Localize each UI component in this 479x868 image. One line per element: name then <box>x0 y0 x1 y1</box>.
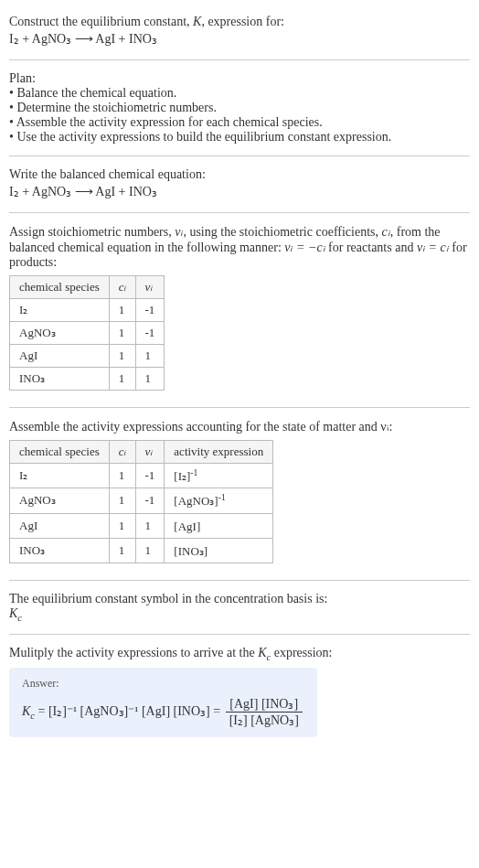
table-row: INO₃ 1 1 [INO₃] <box>10 538 273 563</box>
text: Assign stoichiometric numbers, <box>9 225 175 239</box>
plan-section: Plan: Balance the chemical equation. Det… <box>9 64 470 152</box>
cell: I₂ <box>10 464 110 488</box>
divider <box>9 634 470 635</box>
symbol-text: The equilibrium constant symbol in the c… <box>9 592 470 606</box>
cell: -1 <box>135 464 165 488</box>
cell: 1 <box>109 488 135 513</box>
plan-list: Balance the chemical equation. Determine… <box>9 86 470 145</box>
cell: 1 <box>109 538 135 563</box>
intro-K: K <box>193 15 201 28</box>
cell: AgI <box>10 345 110 368</box>
table-header-row: chemical species cᵢ νᵢ <box>10 276 165 299</box>
answer-box: Answer: Kc = [I₂]⁻¹ [AgNO₃]⁻¹ [AgI] [INO… <box>9 668 317 737</box>
col-header: chemical species <box>10 276 110 299</box>
numerator: [AgI] [INO₃] <box>226 696 303 713</box>
table-row: AgI11 <box>10 345 165 368</box>
col-header: chemical species <box>10 441 110 464</box>
cell: 1 <box>109 345 135 368</box>
plan-item: Use the activity expressions to build th… <box>9 130 470 145</box>
cell: 1 <box>135 538 165 563</box>
cell: 1 <box>109 513 135 538</box>
table-header-row: chemical species cᵢ νᵢ activity expressi… <box>10 441 273 464</box>
col-header: cᵢ <box>109 276 135 299</box>
symbol-section: The equilibrium constant symbol in the c… <box>9 584 470 630</box>
cell: [INO₃] <box>165 538 273 563</box>
activity-section: Assemble the activity expressions accoun… <box>9 412 470 576</box>
cell: [I₂]-1 <box>165 464 273 488</box>
intro-text-b: , expression for: <box>201 15 284 28</box>
text: expression: <box>271 646 332 659</box>
intro: Construct the equilibrium constant, K, e… <box>9 7 470 56</box>
cell: AgNO₃ <box>10 488 110 513</box>
text: Mulitply the activity expressions to arr… <box>9 646 258 659</box>
cell: -1 <box>135 488 165 513</box>
table-row: AgI 1 1 [AgI] <box>10 513 273 538</box>
final-section: Mulitply the activity expressions to arr… <box>9 638 470 745</box>
cell: INO₃ <box>10 368 110 391</box>
stoich-table: chemical species cᵢ νᵢ I₂1-1 AgNO₃1-1 Ag… <box>9 275 165 391</box>
table-row: AgNO₃1-1 <box>10 322 165 345</box>
plan-item: Assemble the activity expression for eac… <box>9 115 470 130</box>
relation: νᵢ = −cᵢ <box>284 241 325 254</box>
cell: AgNO₃ <box>10 322 110 345</box>
table-row: AgNO₃ 1 -1 [AgNO₃]-1 <box>10 488 273 513</box>
divider <box>9 212 470 213</box>
activity-intro: Assemble the activity expressions accoun… <box>9 419 470 434</box>
text: , using the stoichiometric coefficients, <box>183 225 381 239</box>
plan-item: Balance the chemical equation. <box>9 86 470 101</box>
balanced-section: Write the balanced chemical equation: I₂… <box>9 160 470 209</box>
balanced-title: Write the balanced chemical equation: <box>9 167 470 182</box>
cell: 1 <box>109 464 135 488</box>
answer-label: Answer: <box>22 677 304 691</box>
cell: [AgI] <box>165 513 273 538</box>
activity-table: chemical species cᵢ νᵢ activity expressi… <box>9 440 273 563</box>
fraction: [AgI] [INO₃][I₂] [AgNO₃] <box>226 696 303 728</box>
text: for reactants and <box>325 241 417 254</box>
relation: νᵢ = cᵢ <box>417 241 449 254</box>
cell: 1 <box>109 299 135 322</box>
expression-mid: = [I₂]⁻¹ [AgNO₃]⁻¹ [AgI] [INO₃] = <box>35 704 224 718</box>
table-row: I₂ 1 -1 [I₂]-1 <box>10 464 273 488</box>
kc-symbol: Kc <box>258 646 271 659</box>
divider <box>9 155 470 156</box>
cell: 1 <box>135 513 165 538</box>
cell: AgI <box>10 513 110 538</box>
intro-text-a: Construct the equilibrium constant, <box>9 15 193 28</box>
ci-symbol: cᵢ <box>382 225 390 239</box>
answer-expression: Kc = [I₂]⁻¹ [AgNO₃]⁻¹ [AgI] [INO₃] = [Ag… <box>22 696 304 728</box>
cell: -1 <box>135 299 165 322</box>
divider <box>9 580 470 581</box>
divider <box>9 59 470 60</box>
cell: INO₃ <box>10 538 110 563</box>
denominator: [I₂] [AgNO₃] <box>226 713 303 728</box>
divider <box>9 407 470 408</box>
cell: 1 <box>109 368 135 391</box>
col-header: activity expression <box>165 441 273 464</box>
stoich-section: Assign stoichiometric numbers, νᵢ, using… <box>9 217 470 403</box>
col-header: νᵢ <box>135 276 165 299</box>
stoich-intro: Assign stoichiometric numbers, νᵢ, using… <box>9 224 470 270</box>
intro-equation: I₂ + AgNO₃ ⟶ AgI + INO₃ <box>9 29 470 48</box>
plan-title: Plan: <box>9 71 470 86</box>
plan-item: Determine the stoichiometric numbers. <box>9 101 470 115</box>
table-row: I₂1-1 <box>10 299 165 322</box>
col-header: νᵢ <box>135 441 165 464</box>
final-intro: Mulitply the activity expressions to arr… <box>9 646 470 662</box>
cell: [AgNO₃]-1 <box>165 488 273 513</box>
cell: 1 <box>109 322 135 345</box>
kc-symbol: Kc <box>9 606 470 623</box>
cell: 1 <box>135 345 165 368</box>
cell: 1 <box>135 368 165 391</box>
cell: -1 <box>135 322 165 345</box>
table-row: INO₃11 <box>10 368 165 391</box>
col-header: cᵢ <box>109 441 135 464</box>
balanced-equation: I₂ + AgNO₃ ⟶ AgI + INO₃ <box>9 182 470 201</box>
cell: I₂ <box>10 299 110 322</box>
